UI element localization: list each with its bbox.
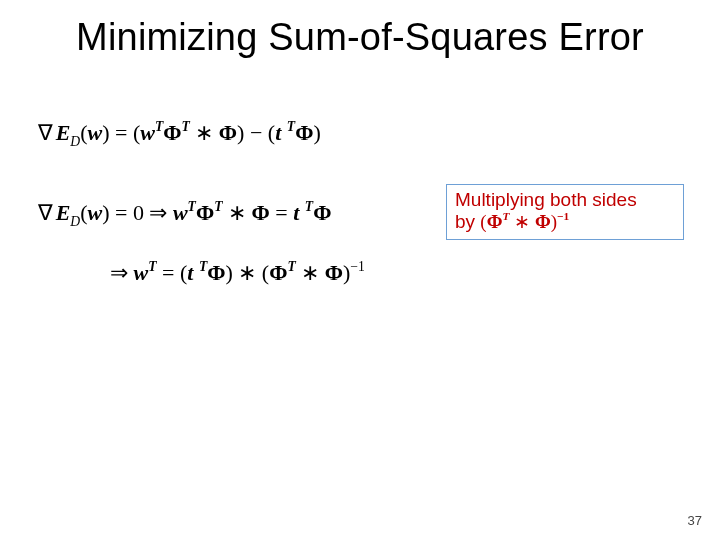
Phi1: Φ [163,120,181,145]
sup-T3b: T [199,259,207,274]
minus: − [244,120,267,145]
sub-D2: D [70,214,80,229]
annotation-line2: by (ΦT ∗ Φ)−1 [455,211,675,233]
star3b: ∗ [296,260,325,285]
annot-Phi1: Φ [487,211,503,232]
Phi-2a: Φ [196,200,214,225]
var-w-2b: w [173,200,188,225]
sup-T1: T [155,119,163,134]
sup-T-2b: T [214,199,222,214]
var-w2: w [140,120,155,145]
var-E2: E [56,200,71,225]
var-E: E [56,120,71,145]
sup-T-2a: T [188,199,196,214]
sup-T3a: T [148,259,156,274]
Phi3b: Φ [269,260,287,285]
annotation-line1: Multiplying both sides [455,189,675,211]
Phi3: Φ [295,120,313,145]
var-w3: w [134,260,149,285]
Phi3a: Φ [207,260,225,285]
annot-inv: −1 [557,210,569,222]
Phi3c: Φ [325,260,343,285]
page-number: 37 [688,513,702,528]
sub-D: D [70,134,80,149]
implies2: ⇒ [110,260,128,285]
var-t2: t [293,200,299,225]
var-t3: t [187,260,193,285]
nabla: ∇ [38,120,53,145]
Phi-2c: Φ [313,200,331,225]
equals3: = [157,260,180,285]
implies1: ⇒ [149,200,167,225]
star3a: ∗ [233,260,262,285]
var-w-2a: w [87,200,102,225]
rparen3a: ) [225,260,232,285]
equals1: = [110,120,133,145]
annot-Phi2: Φ [535,211,551,232]
Phi2: Φ [219,120,237,145]
equation-set-zero: ∇ED(w) = 0 ⇒ wTΦT ∗ Φ = tTΦ [38,200,331,230]
annot-by: by [455,211,480,232]
annot-star: ∗ [509,211,535,232]
slide-container: Minimizing Sum-of-Squares Error ∇ED(w) =… [0,0,720,540]
rparen3: ) [313,120,320,145]
var-w: w [87,120,102,145]
var-t: t [275,120,281,145]
sup-inv: −1 [350,259,365,274]
equation-solved-w: ⇒ wT = (tTΦ) ∗ (ΦT ∗ Φ)−1 [110,260,365,286]
equation-gradient: ∇ED(w) = (wTΦT ∗ Φ) − (tTΦ) [38,120,321,150]
eq-zero: = 0 [110,200,150,225]
star1: ∗ [190,120,219,145]
Phi-2b: Φ [252,200,270,225]
annotation-box: Multiplying both sides by (ΦT ∗ Φ)−1 [446,184,684,240]
sup-T-2c: T [305,199,313,214]
nabla2: ∇ [38,200,53,225]
slide-title: Minimizing Sum-of-Squares Error [0,16,720,59]
sup-T3c: T [287,259,295,274]
sup-T2: T [182,119,190,134]
equals-2b: = [270,200,293,225]
sup-T3: T [287,119,295,134]
rparen1: ) [102,120,109,145]
rparen-2a: ) [102,200,109,225]
annot-T1: T [502,210,509,222]
star-2a: ∗ [223,200,252,225]
